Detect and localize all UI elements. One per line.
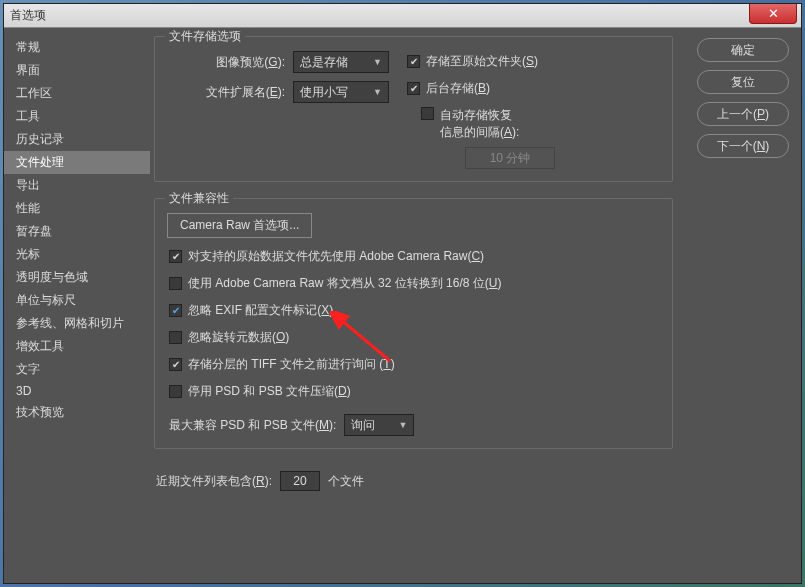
main-panel: 确定 复位 上一个(P) 下一个(N) 文件存储选项 图像预览(G): 总是存储… <box>150 28 801 583</box>
sidebar-item-10[interactable]: 透明度与色域 <box>4 266 150 289</box>
sidebar-item-5[interactable]: 文件处理 <box>4 151 150 174</box>
file-saving-legend: 文件存储选项 <box>165 28 245 45</box>
camera-raw-prefs-button[interactable]: Camera Raw 首选项... <box>167 213 312 238</box>
ignore-rotation-checkbox[interactable]: 忽略旋转元数据(O) <box>169 329 660 346</box>
right-buttons: 确定 复位 上一个(P) 下一个(N) <box>697 38 789 158</box>
close-button[interactable]: ✕ <box>749 4 797 24</box>
sidebar-item-15[interactable]: 3D <box>4 381 150 401</box>
sidebar-item-11[interactable]: 单位与标尺 <box>4 289 150 312</box>
recent-files-row: 近期文件列表包含(R): 20 个文件 <box>156 471 789 491</box>
window-title: 首选项 <box>10 7 46 24</box>
image-preview-select[interactable]: 总是存储▼ <box>293 51 389 73</box>
chevron-down-icon: ▼ <box>373 57 382 67</box>
file-compatibility-legend: 文件兼容性 <box>165 190 233 207</box>
sidebar-item-7[interactable]: 性能 <box>4 197 150 220</box>
save-original-checkbox[interactable]: ✔ 存储至原始文件夹(S) <box>407 53 555 70</box>
auto-save-group: 自动存储恢复 信息的间隔(A): 10 分钟 <box>421 107 555 169</box>
file-compatibility-fieldset: 文件兼容性 Camera Raw 首选项... ✔ 对支持的原始数据文件优先使用… <box>154 198 673 449</box>
sidebar-item-12[interactable]: 参考线、网格和切片 <box>4 312 150 335</box>
chevron-down-icon: ▼ <box>373 87 382 97</box>
prev-button[interactable]: 上一个(P) <box>697 102 789 126</box>
background-save-checkbox[interactable]: ✔ 后台存储(B) <box>407 80 555 97</box>
sidebar-item-6[interactable]: 导出 <box>4 174 150 197</box>
file-saving-fieldset: 文件存储选项 图像预览(G): 总是存储▼ 文件扩展名(E): 使用小写 <box>154 36 673 182</box>
content: 常规界面工作区工具历史记录文件处理导出性能暂存盘光标透明度与色域单位与标尺参考线… <box>4 28 801 583</box>
max-compat-label: 最大兼容 PSD 和 PSB 文件(M): <box>169 417 336 434</box>
sidebar-item-8[interactable]: 暂存盘 <box>4 220 150 243</box>
disable-psd-compress-checkbox[interactable]: 停用 PSD 和 PSB 文件压缩(D) <box>169 383 660 400</box>
sidebar-item-4[interactable]: 历史记录 <box>4 128 150 151</box>
file-extension-select[interactable]: 使用小写▼ <box>293 81 389 103</box>
checkbox-checked-icon: ✔ <box>407 82 420 95</box>
checkbox-unchecked-icon <box>169 385 182 398</box>
sidebar-item-9[interactable]: 光标 <box>4 243 150 266</box>
close-icon: ✕ <box>768 6 779 21</box>
ask-tiff-checkbox[interactable]: ✔ 存储分层的 TIFF 文件之前进行询问 (T) <box>169 356 660 373</box>
recent-files-suffix: 个文件 <box>328 473 364 490</box>
sidebar-item-0[interactable]: 常规 <box>4 36 150 59</box>
ok-button[interactable]: 确定 <box>697 38 789 62</box>
checkbox-checked-icon: ✔ <box>169 304 182 317</box>
next-button[interactable]: 下一个(N) <box>697 134 789 158</box>
acr-32bit-checkbox[interactable]: 使用 Adobe Camera Raw 将文档从 32 位转换到 16/8 位(… <box>169 275 660 292</box>
ignore-exif-checkbox[interactable]: ✔ 忽略 EXIF 配置文件标记(X) <box>169 302 660 319</box>
sidebar-item-16[interactable]: 技术预览 <box>4 401 150 424</box>
sidebar-item-13[interactable]: 增效工具 <box>4 335 150 358</box>
checkbox-checked-icon: ✔ <box>169 358 182 371</box>
auto-save-checkbox[interactable]: 自动存储恢复 信息的间隔(A): <box>421 107 555 141</box>
prefer-acr-checkbox[interactable]: ✔ 对支持的原始数据文件优先使用 Adobe Camera Raw(C) <box>169 248 660 265</box>
checkbox-unchecked-icon <box>169 277 182 290</box>
checkbox-checked-icon: ✔ <box>407 55 420 68</box>
image-preview-label: 图像预览(G): <box>167 54 285 71</box>
sidebar: 常规界面工作区工具历史记录文件处理导出性能暂存盘光标透明度与色域单位与标尺参考线… <box>4 28 150 583</box>
sidebar-item-1[interactable]: 界面 <box>4 59 150 82</box>
recent-files-label: 近期文件列表包含(R): <box>156 473 272 490</box>
checkbox-unchecked-icon <box>421 107 434 120</box>
preferences-window: 首选项 ✕ 常规界面工作区工具历史记录文件处理导出性能暂存盘光标透明度与色域单位… <box>3 3 802 584</box>
sidebar-item-2[interactable]: 工作区 <box>4 82 150 105</box>
recent-files-input[interactable]: 20 <box>280 471 320 491</box>
sidebar-item-14[interactable]: 文字 <box>4 358 150 381</box>
cancel-button[interactable]: 复位 <box>697 70 789 94</box>
max-compat-select[interactable]: 询问▼ <box>344 414 414 436</box>
title-bar: 首选项 ✕ <box>4 4 801 28</box>
sidebar-item-3[interactable]: 工具 <box>4 105 150 128</box>
checkbox-checked-icon: ✔ <box>169 250 182 263</box>
chevron-down-icon: ▼ <box>398 420 407 430</box>
checkbox-unchecked-icon <box>169 331 182 344</box>
auto-save-interval-select: 10 分钟 <box>465 147 555 169</box>
file-extension-label: 文件扩展名(E): <box>167 84 285 101</box>
